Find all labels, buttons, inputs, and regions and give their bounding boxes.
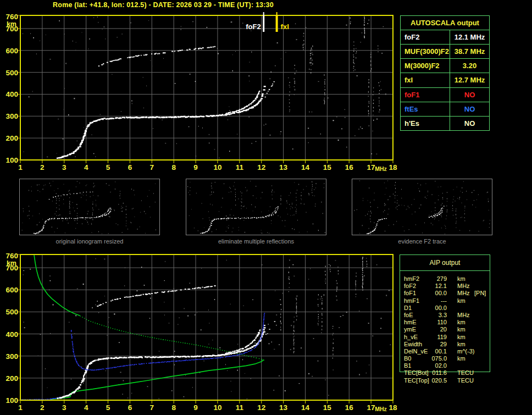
aip-label: foF1 [400, 290, 430, 297]
axis-labels: 123456789101112131415161718MHz7607006005… [5, 13, 397, 172]
y-axis-unit: km [7, 259, 16, 267]
panel-noise [22, 181, 156, 234]
aip-label: DelN_vE [400, 348, 430, 355]
aip-note: [PN] [474, 290, 486, 297]
x-tick-label: 4 [84, 163, 88, 171]
aip-row-yme: ymE20km [400, 326, 509, 333]
aip-unit: km [447, 297, 474, 305]
panel-noise [354, 180, 490, 234]
x-tick-label: 7 [150, 403, 154, 412]
aip-row-b0: B0075.0km [400, 355, 509, 362]
fof2-value: 12.1 MHz [450, 30, 489, 44]
y-tick-label: 100 [5, 396, 18, 405]
x-tick-label: 17 [367, 163, 375, 171]
panel-caption-original: original ionogram resized [19, 238, 160, 245]
aip-label: TEC[Bot] [400, 369, 430, 377]
aip-value: 119 [430, 334, 447, 341]
table-row-muf3000f2: MUF(3000)F2 38.7 MHz [401, 45, 489, 59]
ftes-label: ftEs [401, 102, 450, 116]
fxi-marker-label: fxI [281, 23, 289, 31]
x-tick-label: 2 [40, 403, 45, 412]
x-axis-unit: MHz [375, 406, 387, 412]
aip-row-delnve: DelN_vE00.1m^(-3) [400, 348, 509, 355]
aip-value: 00.0 [430, 305, 447, 312]
aip-label: foF2 [400, 283, 430, 290]
profile-ionogram-plot: 123456789101112131415161718MHz7607006005… [0, 252, 401, 414]
panel-original-ionogram [19, 179, 160, 235]
aip-label: hmE [400, 319, 430, 326]
x-tick-label: 6 [128, 163, 132, 171]
panel-noise [187, 181, 325, 234]
aip-unit: TECU [447, 369, 474, 377]
x-tick-label: 14 [301, 163, 310, 171]
aip-value: 110 [430, 319, 447, 326]
page-title: Rome (lat: +41.8, lon: 012.5) - DATE: 20… [0, 1, 326, 9]
aip-value: 011.6 [430, 369, 447, 377]
aip-value: 20 [430, 326, 447, 333]
x-tick-label: 5 [106, 163, 110, 171]
aip-value: --- [430, 297, 447, 305]
trace-xmode [264, 81, 275, 97]
x-tick-label: 10 [213, 163, 221, 171]
x-tick-label: 9 [193, 163, 198, 171]
trace-xmode [265, 321, 275, 335]
panel-evidence-f2-trace [352, 179, 492, 235]
y-tick-label: 100 [5, 156, 18, 164]
panel-trace-frag2b [429, 208, 442, 218]
y-tick-label: 400 [5, 90, 18, 98]
aip-output-table: hmF2279km foF212.1MHz foF100.0MHz[PN] hm… [400, 275, 509, 384]
aip-label: hmF1 [400, 297, 430, 305]
aip-row-hve: h_vE119km [400, 334, 509, 341]
x-tick-label: 17 [367, 403, 375, 412]
profile-ionogram-svg: 123456789101112131415161718MHz7607006005… [0, 252, 401, 414]
y-tick-label: 760 [5, 252, 18, 260]
aip-value: 020.5 [430, 377, 447, 384]
x-tick-label: 1 [18, 403, 23, 412]
y-axis-unit: km [7, 20, 16, 28]
panel-trace-branch2 [265, 207, 276, 217]
x-tick-label: 9 [193, 403, 198, 412]
x-tick-label: 16 [345, 163, 354, 171]
trace-main [57, 86, 266, 159]
fxi-label: fxI [401, 73, 450, 87]
aip-label: h_vE [400, 334, 430, 341]
fxi-value: 12.7 MHz [450, 73, 489, 87]
aip-row-b1: B102.0 [400, 362, 509, 369]
aip-unit [447, 362, 474, 369]
y-tick-label: 500 [5, 308, 18, 316]
aip-row-tecbot: TEC[Bot]011.6TECU [400, 369, 509, 377]
scaled-ionogram-svg: 123456789101112131415161718MHz7607006005… [0, 11, 401, 174]
panel-trace-branch2 [96, 208, 110, 217]
trace-branch2 [225, 329, 261, 354]
aip-label: B1 [400, 362, 430, 369]
aip-label: Ewidth [400, 341, 430, 348]
table-row-m3000f2: M(3000)F2 3.20 [401, 59, 489, 73]
table-row-fxi: fxI 12.7 MHz [401, 73, 489, 87]
aip-value: 3.3 [430, 312, 447, 319]
aip-value: 279 [430, 275, 447, 283]
x-tick-label: 13 [279, 403, 288, 412]
hpes-value: NO [450, 117, 489, 130]
x-tick-label: 6 [128, 403, 132, 412]
muf3000f2-value: 38.7 MHz [450, 45, 489, 58]
aip-unit: km [447, 341, 474, 348]
m3000f2-label: M(3000)F2 [401, 59, 450, 73]
aip-unit: km [447, 326, 474, 333]
aip-label: ymE [400, 326, 430, 333]
x-tick-label: 14 [301, 403, 310, 412]
x-tick-label: 18 [389, 403, 397, 412]
panel-svg-0 [20, 179, 159, 235]
x-tick-label: 7 [150, 163, 154, 171]
aip-value: 02.0 [430, 362, 447, 369]
trace-hop2 [97, 285, 215, 307]
x-tick-label: 5 [106, 403, 110, 412]
aip-row-fof1: foF100.0MHz[PN] [400, 290, 509, 297]
panel-svg-1 [186, 179, 326, 235]
aip-unit: km [447, 355, 474, 362]
trace-green_top_dot [80, 316, 264, 361]
fof2-marker-label: foF2 [246, 23, 261, 31]
axis-labels: 123456789101112131415161718MHz7607006005… [5, 252, 397, 412]
x-tick-label: 16 [345, 403, 354, 412]
x-tick-label: 10 [213, 403, 221, 412]
aip-table-header: AIP output [400, 254, 490, 271]
